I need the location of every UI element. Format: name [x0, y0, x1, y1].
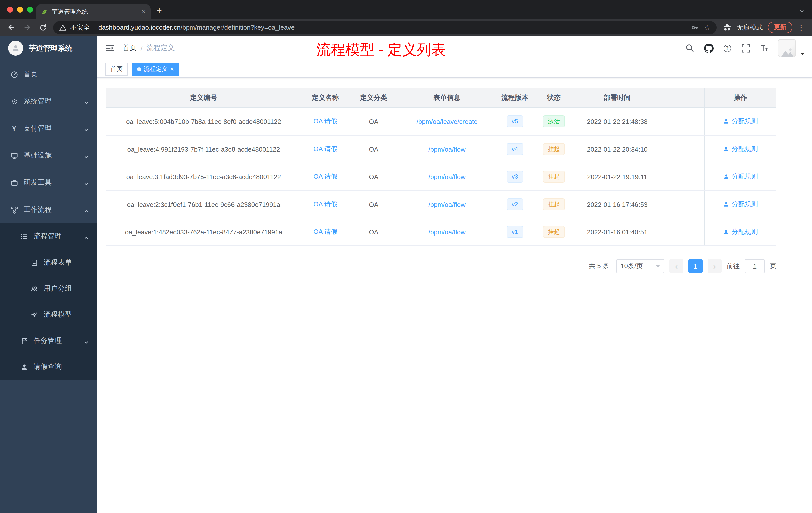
browser-menu-icon[interactable]: ⋮ [798, 24, 805, 31]
sidebar-item-home[interactable]: 首页 [0, 61, 97, 88]
person-icon [723, 118, 729, 124]
assign-rule-link[interactable]: 分配规则 [723, 145, 758, 154]
version-badge: v3 [507, 171, 523, 183]
sidebar-item-process-management[interactable]: 流程管理 [0, 223, 97, 249]
sidebar-logo[interactable]: 芋道管理系统 [0, 36, 97, 61]
cell-category: OA [349, 108, 398, 135]
update-button[interactable]: 更新 [768, 22, 792, 33]
sidebar-item-process-form[interactable]: 流程表单 [0, 249, 97, 276]
browser-tab[interactable]: 芋道管理系统 × [36, 4, 151, 19]
next-page-button[interactable]: › [707, 259, 722, 273]
definition-name-link[interactable]: OA 请假 [313, 200, 337, 209]
sidebar-item-label: 基础设施 [24, 151, 52, 160]
workflow-icon [10, 206, 18, 214]
assign-rule-link[interactable]: 分配规则 [723, 228, 758, 236]
main-area: 首页 / 流程定义 流程模型 - 定义列表 ? [97, 36, 812, 513]
chevron-down-icon [84, 99, 89, 107]
window-minimize-button[interactable] [17, 6, 23, 12]
sidebar-item-process-model[interactable]: 流程模型 [0, 302, 97, 328]
gear-icon [10, 97, 18, 105]
sidebar-item-label: 研发工具 [24, 178, 52, 187]
sidebar-item-task-management[interactable]: 任务管理 [0, 328, 97, 354]
sidebar-item-infrastructure[interactable]: 基础设施 [0, 142, 97, 169]
cell-definition-id: oa_leave:5:004b710b-7b8a-11ec-8ef0-acde4… [106, 108, 301, 135]
chevron-down-icon [84, 126, 89, 134]
tags-view: 首页 流程定义 × [97, 61, 812, 78]
sidebar-item-payment[interactable]: ¥ 支付管理 [0, 115, 97, 142]
yen-icon: ¥ [10, 124, 18, 132]
security-warning-icon[interactable] [59, 24, 66, 31]
form-link[interactable]: /bpm/oa/flow [428, 201, 465, 208]
definition-name-link[interactable]: OA 请假 [313, 145, 337, 154]
breadcrumb-separator: / [141, 44, 143, 52]
font-size-icon[interactable] [759, 43, 769, 53]
form-link[interactable]: /bpm/oa/flow [428, 145, 465, 153]
annotation-text: 流程模型 - 定义列表 [316, 40, 446, 60]
form-link[interactable]: /bpm/oa/leave/create [416, 118, 477, 125]
cell-category: OA [349, 135, 398, 163]
sidebar-item-label: 工作流程 [24, 205, 52, 214]
tag-process-definition[interactable]: 流程定义 × [132, 62, 179, 76]
assign-rule-link[interactable]: 分配规则 [723, 117, 758, 126]
page-unit-label: 页 [770, 262, 776, 271]
form-link[interactable]: /bpm/oa/flow [428, 173, 465, 180]
search-icon[interactable] [685, 43, 695, 53]
document-icon [30, 259, 38, 267]
window-close-button[interactable] [7, 6, 13, 12]
sidebar-item-label: 任务管理 [34, 336, 62, 345]
avatar-dropdown-caret-icon[interactable] [801, 53, 805, 55]
window-controls [7, 6, 33, 12]
app-title: 芋道管理系统 [29, 43, 72, 53]
user-avatar[interactable] [778, 39, 796, 57]
tab-close-icon[interactable]: × [142, 8, 146, 15]
new-tab-button[interactable]: + [157, 6, 162, 15]
sidebar-item-devtools[interactable]: 研发工具 [0, 169, 97, 196]
breadcrumb-home[interactable]: 首页 [122, 44, 137, 53]
cell-definition-id: oa_leave:2:3c1f0ef1-76b1-11ec-9c66-a2380… [106, 191, 301, 218]
form-link[interactable]: /bpm/oa/flow [428, 228, 465, 236]
tab-search-chevron-icon[interactable] [799, 7, 805, 16]
goto-page-input[interactable] [745, 259, 765, 273]
sidebar-item-label: 请假查询 [34, 362, 62, 371]
github-icon[interactable] [703, 43, 714, 53]
active-dot-icon [137, 67, 141, 71]
table-row: oa_leave:2:3c1f0ef1-76b1-11ec-9c66-a2380… [106, 191, 776, 218]
question-icon[interactable]: ? [722, 43, 732, 53]
forward-button[interactable] [21, 21, 33, 33]
cell-deploy-time: 2022-01-22 19:19:11 [574, 163, 660, 190]
status-badge: 挂起 [543, 198, 565, 210]
column-header: 表单信息 [398, 88, 496, 108]
tag-home[interactable]: 首页 [106, 62, 127, 76]
hamburger-icon[interactable] [105, 43, 116, 54]
assign-rule-link[interactable]: 分配规则 [723, 172, 758, 181]
sidebar-item-system[interactable]: 系统管理 [0, 88, 97, 115]
sidebar-item-leave-query[interactable]: 请假查询 [0, 354, 97, 380]
address-bar[interactable]: 不安全 dashboard.yudao.iocoder.cn/bpm/manag… [53, 21, 717, 34]
assign-rule-link[interactable]: 分配规则 [723, 200, 758, 209]
password-key-icon[interactable] [691, 23, 699, 31]
sidebar-item-label: 流程管理 [34, 232, 62, 241]
reload-button[interactable] [37, 21, 49, 33]
back-button[interactable] [5, 21, 17, 33]
definition-name-link[interactable]: OA 请假 [313, 117, 337, 126]
current-page-button[interactable]: 1 [689, 259, 702, 273]
fullscreen-icon[interactable] [741, 43, 751, 53]
chevron-down-icon [84, 338, 89, 346]
table-header-row: 定义编号 定义名称 定义分类 表单信息 流程版本 状态 部署时间 操作 [106, 88, 776, 108]
status-badge: 挂起 [543, 143, 565, 155]
tag-label: 流程定义 [144, 65, 168, 73]
sidebar-item-label: 首页 [24, 70, 38, 79]
definition-name-link[interactable]: OA 请假 [313, 228, 337, 236]
cell-definition-id: oa_leave:1:482ec033-762a-11ec-8477-a2380… [106, 218, 301, 245]
pagination: 共 5 条 10条/页 ‹ 1 › 前往 页 [106, 259, 776, 273]
page-size-select[interactable]: 10条/页 [616, 259, 664, 273]
bookmark-star-icon[interactable]: ☆ [704, 24, 710, 31]
tag-close-icon[interactable]: × [170, 66, 174, 72]
chevron-down-icon [656, 265, 660, 267]
sidebar-item-user-group[interactable]: 用户分组 [0, 276, 97, 302]
definition-name-link[interactable]: OA 请假 [313, 172, 337, 181]
prev-page-button[interactable]: ‹ [669, 259, 684, 273]
sidebar-item-workflow[interactable]: 工作流程 [0, 196, 97, 223]
column-header: 定义分类 [349, 88, 398, 108]
window-zoom-button[interactable] [27, 6, 33, 12]
